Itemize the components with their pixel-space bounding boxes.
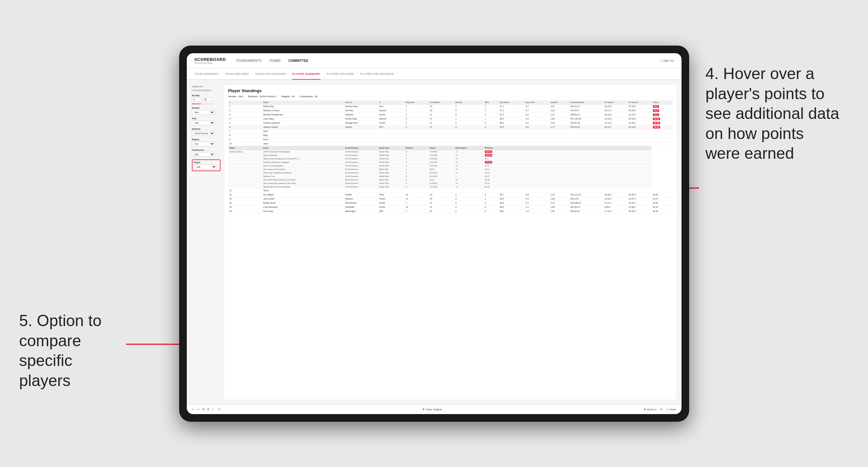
cell-no-rds: 2 (454, 121, 484, 125)
cell-reg-rank: 1 (404, 113, 428, 117)
cell-vs-top50: 50-16-8 (627, 125, 652, 129)
settings-icon[interactable]: ⚙ (202, 408, 205, 411)
annotation-5: 5. Option to compare specific players (19, 311, 127, 391)
sidebar-no-rds-min-input[interactable] (192, 97, 202, 102)
redo-icon[interactable]: ↪ (197, 408, 199, 411)
clock-icon[interactable]: 🕐 (217, 408, 221, 411)
cell-points[interactable]: 88.94 (652, 117, 673, 121)
view-icon: 👁 (422, 408, 425, 411)
share-button[interactable]: ↗ Share (666, 408, 676, 411)
cell-overall: 533-57-16 (569, 121, 603, 125)
filter-region-value: All (292, 95, 294, 98)
sub-nav-team-h2h-grid[interactable]: TEAM H2H GRID (225, 69, 249, 80)
filter-conference-label: Conference: (300, 95, 314, 98)
cell-points[interactable]: 70.1 (652, 113, 673, 117)
cell-rank: 6 (228, 125, 262, 129)
nav-link-tournaments[interactable]: TOURNAMENTS (236, 59, 261, 62)
sidebar-year-select[interactable]: (All) (192, 121, 215, 125)
filter-conference: Conference: All (300, 95, 317, 98)
sidebar-no-rds-max-input[interactable] (203, 97, 212, 102)
cell-avg-sg: 3.10 (549, 108, 569, 113)
download-button[interactable]: ⬇ (660, 408, 662, 411)
view-label[interactable]: View: Original (426, 408, 442, 411)
event-row: SEC Stroke Play hosted by Jerry Pate NCA… (228, 181, 673, 185)
table-row-expanded: 6 Jackson Koioun Auburn First 2 27 3 2 8… (228, 125, 673, 129)
sidebar-gender-select[interactable]: Men Women (192, 110, 215, 115)
sign-out-link[interactable]: Sign out (663, 59, 674, 62)
event-cell-event: The Cypress Point Classic (262, 167, 344, 171)
cell-player: Prest (262, 137, 344, 142)
table-row: 9 Prest (228, 137, 673, 142)
cell-player: Techu (262, 188, 344, 192)
sub-nav-player-h2h-grid[interactable]: PLAYER H2H GRID (327, 69, 354, 80)
watch-button[interactable]: 👁 Watch ▾ (644, 408, 656, 411)
col-conf-rank: Conf Rank (428, 100, 454, 104)
cell-player: Michael Thorbjornsen (262, 113, 344, 117)
cell-points[interactable]: 88.18 (652, 125, 673, 129)
event-cell-points: 53.60 (484, 153, 652, 157)
event-cell-type: Stroke Play (378, 153, 404, 157)
cell-conf-rank: 15 (428, 104, 454, 108)
table-row: 5 Christo Lamprecht Georgia Tech Fourth … (228, 121, 673, 125)
cell-wins: 2 (484, 125, 499, 129)
col-avg-to-par: Avg to Par (524, 100, 549, 104)
table-row: 22 Ian Gilligan Florida Third 10 24 1 0 … (228, 192, 673, 197)
cell-rank: 10 (228, 142, 262, 146)
cell-overall: 208-06-13 (569, 113, 603, 117)
cell-school: Florida State (344, 117, 378, 121)
col-avg-sg: Avg SG (549, 100, 569, 104)
sub-nav-team-summary[interactable]: TEAM SUMMARY (194, 69, 219, 80)
sidebar-player-select[interactable]: (All) (194, 164, 217, 169)
nav-link-committee[interactable]: COMMITTEE (288, 59, 309, 62)
toolbar-right: 👁 Watch ▾ ⬇ ↗ Share (644, 408, 676, 411)
sidebar-conference-select[interactable]: (All) (192, 152, 215, 157)
table-row: 8 Mats (228, 133, 673, 137)
cell-school: Arizona State (344, 104, 378, 108)
cell-avg-sg: 3.07 (549, 104, 569, 108)
cell-rank: 23 (228, 197, 262, 201)
cell-conf-rank: 21 (428, 113, 454, 117)
page-background: 4. Hover over a player's points to see a… (0, 0, 868, 467)
logo-sub: Powered by clippd (194, 62, 226, 64)
event-cell-type: Stroke Play (378, 150, 404, 153)
event-cell-event: SEC Stroke Play hosted by Jerry Pate (262, 181, 344, 185)
sub-nav-player-h2h-heatmap[interactable]: PLAYER H2H HEATMAP (360, 69, 394, 80)
sub-nav-team-h2h-heatmap[interactable]: TEAM H2H HEATMAP (255, 69, 286, 80)
filter-gender-label: Gender: (228, 95, 238, 98)
table-row: 2 Michael Le Sasso Ole Miss Second 1 18 … (228, 108, 673, 113)
undo-icon[interactable]: ↩ (192, 408, 194, 411)
filter-division: Division: NCAA Division I (248, 95, 277, 98)
nav-link-teams[interactable]: TEAMS (269, 59, 281, 62)
event-col-w-points: W Points (484, 146, 652, 150)
copy-icon[interactable]: ⧉ (207, 408, 209, 411)
sub-nav-player-summary[interactable]: PLAYER SUMMARY (292, 69, 321, 80)
cell-points[interactable]: 88.2 (652, 104, 673, 108)
cell-rank: 25 (228, 205, 262, 209)
sidebar-division-select[interactable]: NCAA Division I (192, 131, 215, 136)
cell-points[interactable]: 40.68 (652, 192, 673, 197)
sidebar-division-label: Division (192, 128, 221, 130)
cell-no-rds: 2 (454, 117, 484, 121)
cell-rank: 5 (228, 121, 262, 125)
table-row: 25 Cole Sherwood Vanderbilt Fourth 12 24… (228, 205, 673, 209)
cell-avg-sg: 1.47 (549, 113, 569, 117)
sidebar-no-rds-slider[interactable] (192, 103, 214, 104)
sub-nav: TEAM SUMMARY TEAM H2H GRID TEAM H2H HEAT… (187, 68, 682, 80)
sidebar-region-select[interactable]: N/A (192, 142, 215, 146)
paste-icon[interactable]: ⬚ (212, 408, 215, 411)
event-cell-division: NCAA Division I (344, 153, 378, 157)
event-row: Fallen Oak Collegiate Invitational NCAA … (228, 171, 673, 175)
col-vs-top25: Vs Top 25 (603, 100, 627, 104)
cell-avg-sg: 2.72 (549, 125, 569, 129)
cell-points[interactable]: 80.49 (652, 121, 673, 125)
cell-overall: 674-33-12 (569, 125, 603, 129)
table-container: # Player School Yr Reg Rank Conf Rank No… (228, 100, 673, 214)
cell-rank: 26 (228, 209, 262, 213)
sidebar-region-section: Region N/A (192, 138, 221, 146)
cell-adj-score: 67.2 (499, 113, 524, 117)
cell-rank: 3 (228, 113, 262, 117)
cell-points[interactable]: 76.2 (652, 108, 673, 113)
event-cell-player (228, 153, 262, 157)
sidebar-conference-label: Conference (192, 149, 221, 151)
main-content: Update time: 27/01/2024 16:56:26 No Rds. (187, 80, 682, 405)
